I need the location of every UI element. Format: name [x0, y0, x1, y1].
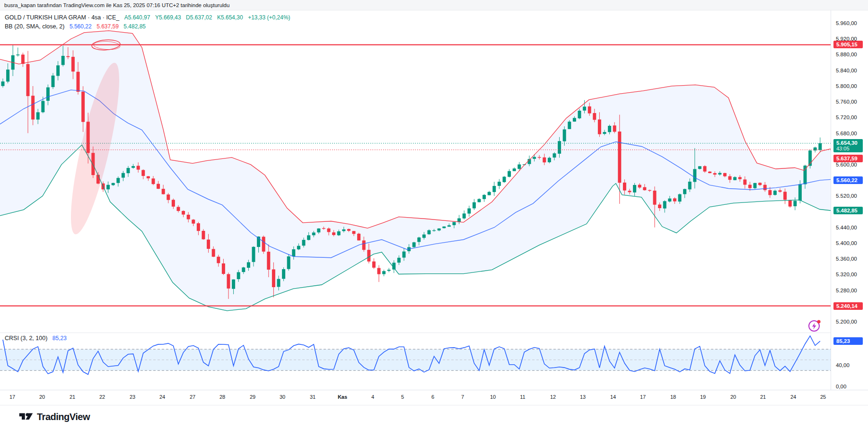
candle-body — [633, 185, 636, 193]
time-axis-label: 24 — [159, 394, 165, 400]
candle-body — [66, 56, 70, 57]
candle-body — [467, 208, 471, 213]
candle-body — [773, 191, 777, 195]
price-tick-label: 5.600,00 — [836, 162, 857, 167]
price-axis[interactable]: 5.960,005.920,005.880,005.840,005.800,00… — [831, 10, 868, 390]
time-axis-label: 22 — [99, 394, 105, 400]
crsi-badge: 85,23 — [833, 337, 863, 345]
bb-name[interactable]: BB (20, SMA, close, 2) — [5, 23, 64, 30]
time-axis-label: 20 — [39, 394, 45, 400]
price-tick-label: 5.440,00 — [836, 225, 857, 230]
candle-body — [172, 200, 175, 206]
candle-body — [563, 130, 566, 141]
candle-body — [748, 185, 752, 188]
candle-body — [77, 72, 80, 92]
candle-body — [473, 202, 476, 209]
bb-lower-value: 5.482,85 — [123, 23, 146, 30]
candle-body — [568, 122, 571, 129]
candle-body — [422, 235, 426, 238]
candle-body — [182, 211, 185, 215]
candle-body — [417, 237, 421, 242]
candle-body — [71, 57, 75, 71]
candle-body — [122, 173, 125, 178]
tradingview-mark-icon — [19, 411, 33, 423]
candle-body — [428, 230, 431, 234]
candle-body — [157, 184, 160, 189]
candle-body — [643, 187, 646, 190]
candle-body — [16, 54, 19, 55]
time-axis-label: 14 — [610, 394, 616, 400]
candle-body — [623, 183, 626, 191]
candle-body — [453, 222, 456, 225]
time-axis-label: 28 — [219, 394, 225, 400]
candle-body — [217, 257, 220, 263]
symbol-row: GOLD / TURKISH LIRA GRAM · 4sa · ICE_ A5… — [5, 13, 290, 22]
price-badge: 5.482,85 — [833, 207, 863, 214]
attribution-text: busra_kapan tarafından TradingView.com i… — [4, 2, 229, 8]
candle-body — [292, 249, 295, 256]
ohlc-change: +13,33 (+0,24%) — [248, 14, 290, 21]
countdown-timer: 43:05 — [836, 146, 863, 151]
candle-body — [387, 270, 391, 271]
candle-body — [152, 178, 155, 184]
candle-body — [237, 272, 240, 279]
candle-body — [608, 126, 611, 132]
candle-body — [177, 207, 180, 211]
candle-body — [272, 269, 275, 287]
candle-body — [723, 173, 727, 176]
candle-body — [814, 148, 817, 150]
candle-body — [307, 235, 310, 240]
time-axis-label: 12 — [550, 394, 556, 400]
candle-body — [56, 65, 60, 76]
time-axis-label: 17 — [640, 394, 646, 400]
chart-canvas[interactable] — [0, 10, 868, 405]
tradingview-logo[interactable]: TradingView — [19, 411, 90, 423]
candle-body — [52, 76, 55, 87]
price-tick-label: 5.840,00 — [836, 68, 857, 73]
time-axis-label: 17 — [9, 394, 15, 400]
crsi-name[interactable]: CRSI (3, 2, 100) — [5, 335, 47, 342]
symbol-title[interactable]: GOLD / TURKISH LIRA GRAM · 4sa · ICE_ — [5, 14, 119, 21]
price-tick-label: 5.520,00 — [836, 193, 857, 199]
ohlc-open: A5.640,97 — [124, 14, 150, 21]
crsi-indicator-row: CRSI (3, 2, 100) 85,23 — [5, 335, 67, 342]
candle-body — [492, 186, 496, 192]
price-tick-label: 0,00 — [836, 384, 846, 389]
attribution-bar: busra_kapan tarafından TradingView.com i… — [0, 0, 868, 10]
candle-body — [482, 195, 486, 199]
price-tick-label: 5.280,00 — [836, 288, 857, 293]
candle-body — [207, 239, 210, 249]
candle-body — [347, 229, 351, 231]
time-axis-label: 7 — [461, 394, 464, 400]
candle-body — [297, 246, 300, 249]
candle-body — [41, 101, 44, 112]
candle-body — [167, 194, 170, 200]
flash-quick-actions-button[interactable] — [807, 318, 822, 333]
candle-body — [658, 204, 661, 208]
candle-body — [688, 182, 692, 189]
time-axis-label: 20 — [730, 394, 736, 400]
candle-body — [397, 258, 401, 263]
candle-body — [653, 191, 657, 205]
candle-body — [81, 92, 85, 122]
candle-body — [302, 240, 306, 246]
candle-body — [352, 231, 356, 234]
time-axis[interactable]: 1720212223242728293031Kas456710111213141… — [0, 390, 868, 405]
pane-separator[interactable] — [0, 333, 831, 333]
candle-body — [222, 263, 225, 274]
time-axis-label: 4 — [371, 394, 374, 400]
price-tick-label: 5.400,00 — [836, 240, 857, 246]
price-tick-label: 5.880,00 — [836, 52, 857, 57]
candle-body — [432, 230, 436, 231]
price-badge: 5.905,15 — [833, 41, 863, 48]
chart-area[interactable]: GOLD / TURKISH LIRA GRAM · 4sa · ICE_ A5… — [0, 10, 868, 405]
candle-body — [342, 229, 345, 231]
candle-body — [503, 177, 506, 182]
candle-body — [367, 250, 370, 262]
candle-body — [372, 262, 376, 268]
candle-body — [262, 237, 265, 251]
tradingview-wordmark: TradingView — [37, 412, 90, 422]
candle-body — [21, 54, 25, 64]
price-badge: 5.637,59 — [833, 155, 863, 162]
candle-body — [412, 242, 416, 247]
